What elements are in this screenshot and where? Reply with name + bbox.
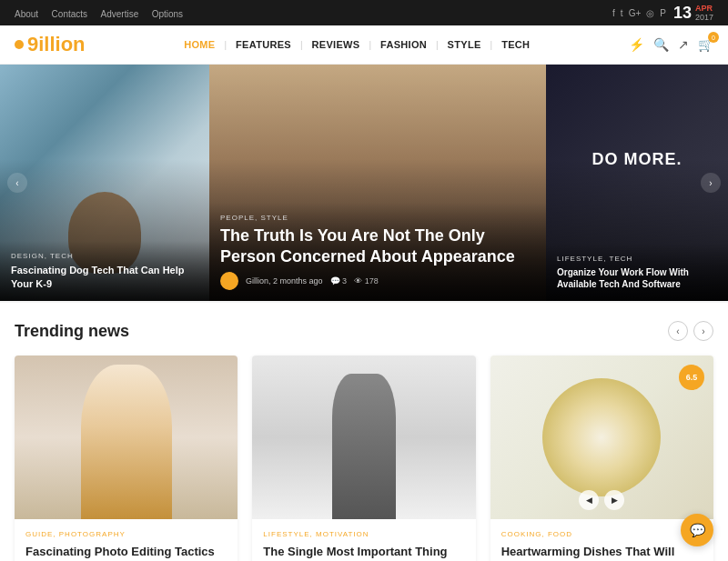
trending-title: Trending news (15, 322, 129, 341)
trend-card-2-title: The Single Most Important Thing You Need… (263, 544, 464, 561)
trending-section: Trending news ‹ › GUIDE, PHOTOGRAPHY Fas… (0, 303, 728, 561)
hero-left-arrow[interactable]: ‹ (7, 173, 27, 193)
hero-center-content: PEOPLE, STYLE The Truth Is You Are Not T… (209, 203, 546, 301)
trend-card-2[interactable]: LIFESTYLE, MOTIVATION The Single Most Im… (252, 356, 475, 561)
hero-left-panel[interactable]: DESIGN, TECH Fascinating Dog Tech That C… (0, 65, 209, 301)
advertise-link[interactable]: Advertise (101, 9, 139, 19)
trend-card-1[interactable]: GUIDE, PHOTOGRAPHY Fascinating Photo Edi… (15, 356, 238, 561)
logo-dot-icon (15, 40, 24, 49)
trend-card-3-image: 6.5 ◀ ▶ (490, 356, 713, 519)
search-icon[interactable]: 🔍 (653, 37, 669, 52)
audio-prev-button[interactable]: ◀ (579, 490, 599, 510)
googleplus-icon[interactable]: G+ (629, 8, 642, 18)
hero-center-avatar (220, 272, 238, 290)
hero-center-comments: 💬 3 (330, 276, 348, 286)
hero-center-category: PEOPLE, STYLE (220, 214, 535, 222)
twitter-icon[interactable]: t (621, 8, 623, 18)
logo[interactable]: 9illion (15, 33, 86, 56)
main-nav: HOME | FEATURES | REVIEWS | FASHION | ST… (177, 35, 537, 54)
facebook-icon[interactable]: f (612, 8, 615, 18)
nav-sep-4: | (436, 40, 439, 50)
nav-sep-5: | (490, 40, 493, 50)
hero-right-arrow[interactable]: › (701, 173, 721, 193)
date-text: APR 2017 (695, 4, 713, 22)
nav-sep-1: | (224, 40, 227, 50)
logo-text: 9illion (27, 33, 86, 56)
header-icons: ⚡ 🔍 ↗ 🛒 0 (629, 37, 713, 52)
audio-controls: ◀ ▶ (579, 490, 624, 510)
flash-icon[interactable]: ⚡ (629, 37, 644, 52)
hero-center-title: The Truth Is You Are Not The Only Person… (220, 225, 535, 266)
trend-card-1-category: GUIDE, PHOTOGRAPHY (25, 530, 227, 538)
trend-card-2-category: LIFESTYLE, MOTIVATION (263, 530, 464, 538)
date-year: 2017 (695, 13, 713, 22)
nav-fashion[interactable]: FASHION (373, 35, 434, 54)
hero-right-panel[interactable]: LIFESTYLE, TECH Organize Your Work Flow … (546, 65, 728, 301)
trending-header: Trending news ‹ › (15, 321, 713, 341)
date-day: 13 (673, 5, 692, 21)
trend-score-badge: 6.5 (679, 365, 704, 390)
trend-card-1-body: GUIDE, PHOTOGRAPHY Fascinating Photo Edi… (15, 519, 238, 561)
trend-card-1-title: Fascinating Photo Editing Tactics That C… (25, 544, 227, 561)
trend-card-2-body: LIFESTYLE, MOTIVATION The Single Most Im… (252, 519, 475, 561)
audio-next-button[interactable]: ▶ (604, 490, 624, 510)
chat-float-button[interactable]: 💬 (681, 514, 713, 546)
hero-right-title: Organize Your Work Flow With Available T… (557, 266, 717, 290)
trending-next-button[interactable]: › (693, 321, 713, 341)
trend-card-3-title: Heartwarming Dishes That Will Lighten Up… (501, 544, 703, 561)
hero-left-content: DESIGN, TECH Fascinating Dog Tech That C… (0, 241, 209, 301)
hero-left-title: Fascinating Dog Tech That Can Help Your … (11, 264, 198, 290)
instagram-icon[interactable]: ◎ (646, 8, 654, 18)
nav-sep-2: | (300, 40, 303, 50)
date-month: APR (695, 4, 713, 13)
about-link[interactable]: About (15, 9, 38, 19)
header: 9illion HOME | FEATURES | REVIEWS | FASH… (0, 25, 728, 65)
trending-nav: ‹ › (668, 321, 713, 341)
trend-card-2-image (252, 356, 475, 519)
nav-sep-3: | (369, 40, 371, 50)
trend-card-3-body: COOKING, FOOD Heartwarming Dishes That W… (490, 519, 713, 561)
top-bar-right: f t G+ ◎ P 13 APR 2017 (612, 4, 713, 22)
hero-left-category: DESIGN, TECH (11, 252, 198, 260)
trend-card-1-image (15, 356, 238, 519)
contacts-link[interactable]: Contacts (52, 9, 87, 19)
social-icons: f t G+ ◎ P (612, 8, 666, 18)
nav-style[interactable]: STYLE (440, 35, 489, 54)
share-icon[interactable]: ↗ (678, 37, 689, 52)
nav-tech[interactable]: TECH (494, 35, 537, 54)
cart-badge: 0 (708, 32, 719, 43)
top-bar: About Contacts Advertise Options f t G+ … (0, 0, 728, 25)
hero-center-author: Gillion, 2 months ago (246, 276, 323, 286)
hero-section: DESIGN, TECH Fascinating Dog Tech That C… (0, 65, 728, 301)
trending-prev-button[interactable]: ‹ (668, 321, 688, 341)
hero-center-meta: Gillion, 2 months ago 💬 3 👁 178 (220, 272, 535, 290)
hero-center-stats: 💬 3 👁 178 (330, 276, 379, 286)
cart-icon[interactable]: 🛒 0 (698, 37, 713, 52)
hero-center-panel[interactable]: PEOPLE, STYLE The Truth Is You Are Not T… (209, 65, 546, 301)
hero-center-views: 👁 178 (354, 276, 379, 286)
nav-features[interactable]: FEATURES (228, 35, 298, 54)
nav-home[interactable]: HOME (177, 35, 222, 54)
pinterest-icon[interactable]: P (660, 8, 666, 18)
options-link[interactable]: Options (152, 9, 183, 19)
trend-card-3-category: COOKING, FOOD (501, 530, 703, 538)
trending-grid: GUIDE, PHOTOGRAPHY Fascinating Photo Edi… (15, 356, 713, 561)
date-badge: 13 APR 2017 (673, 4, 713, 22)
nav-reviews[interactable]: REVIEWS (305, 35, 368, 54)
hero-right-content: LIFESTYLE, TECH Organize Your Work Flow … (546, 244, 728, 301)
top-bar-links: About Contacts Advertise Options (15, 5, 192, 21)
hero-right-category: LIFESTYLE, TECH (557, 255, 717, 263)
